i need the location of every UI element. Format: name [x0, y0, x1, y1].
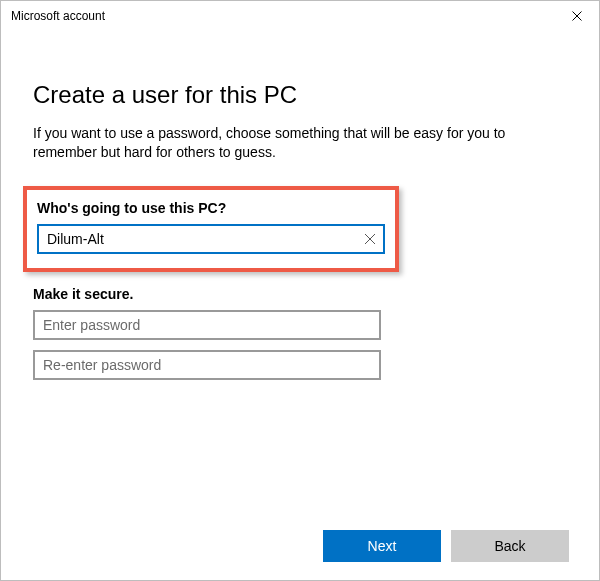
username-field-wrap: [37, 224, 385, 254]
password-input[interactable]: [33, 310, 381, 340]
title-bar: Microsoft account: [1, 1, 599, 31]
username-highlight-box: Who's going to use this PC?: [23, 186, 399, 272]
window-title: Microsoft account: [11, 9, 105, 23]
reenter-password-input[interactable]: [33, 350, 381, 380]
dialog-content: Create a user for this PC If you want to…: [1, 31, 599, 380]
close-icon: [572, 11, 582, 21]
username-clear-button[interactable]: [355, 224, 385, 254]
dialog-footer: Next Back: [323, 530, 569, 562]
clear-icon: [364, 233, 376, 245]
page-subtitle: If you want to use a password, choose so…: [33, 124, 567, 162]
window-close-button[interactable]: [555, 1, 599, 31]
username-section-label: Who's going to use this PC?: [37, 200, 385, 216]
username-input[interactable]: [37, 224, 385, 254]
next-button[interactable]: Next: [323, 530, 441, 562]
page-title: Create a user for this PC: [33, 81, 567, 109]
back-button[interactable]: Back: [451, 530, 569, 562]
password-section-label: Make it secure.: [33, 286, 567, 302]
